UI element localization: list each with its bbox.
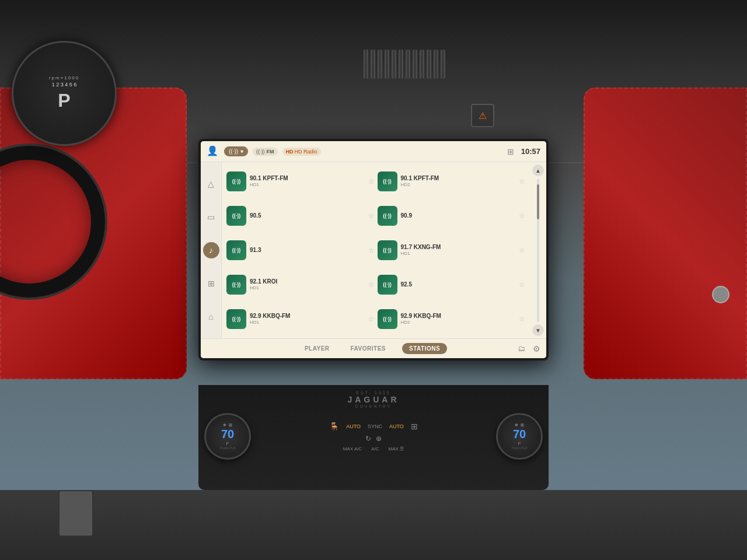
recirculation-row: ↻ ⊕ <box>365 435 382 443</box>
gauge-cluster: rpm×1000 1 2 3 4 5 6 P <box>12 41 117 146</box>
favorite-star-icon[interactable]: ☆ <box>368 177 375 186</box>
station-info: 92.9 KKBQ-FM HD1 <box>250 313 365 326</box>
scroll-up-button[interactable]: ▲ <box>532 164 544 176</box>
climate-center: 🪑 AUTO SYNC AUTO ⊞ ↻ ⊕ MAX A/C A/C MAX ☰ <box>256 422 491 452</box>
station-sub: HD2 <box>401 182 516 188</box>
auto-right-label[interactable]: AUTO <box>389 424 404 429</box>
jaguar-name: JAGUAR <box>347 395 399 404</box>
left-temp-knob[interactable]: ❄ ⊞ 70 F Push↕Pull <box>204 413 251 460</box>
grid-icon[interactable]: ⊞ <box>507 147 514 156</box>
station-name: 90.1 KPFT-FM <box>250 175 365 182</box>
station-info: 92.1 KROI HD1 <box>250 278 365 291</box>
vent-slat <box>392 50 396 79</box>
favorite-star-icon[interactable]: ☆ <box>368 246 375 254</box>
station-signal-icon: ((·)) <box>226 275 246 295</box>
folder-icon[interactable]: 🗂 <box>518 344 525 353</box>
ac-icon: ❄ <box>223 423 226 428</box>
sidebar-music-icon[interactable]: ♪ <box>203 242 219 258</box>
station-info: 92.9 KKBQ-FM HD2 <box>401 313 516 326</box>
station-item[interactable]: ((·)) 90.1 KPFT-FM HD2 ☆ <box>378 166 526 197</box>
favorite-star-icon[interactable]: ☆ <box>368 315 375 323</box>
favorite-star-icon[interactable]: ☆ <box>519 177 525 186</box>
source-selector[interactable]: ((·)) ▾ <box>224 146 248 156</box>
right-temp-display: 70 <box>513 428 526 441</box>
station-item[interactable]: ((·)) 92.5 ☆ <box>378 269 526 300</box>
sync-label[interactable]: SYNC <box>368 424 382 429</box>
infotainment-screen-container: 👤 ((·)) ▾ ((·)) FM HD HD Radio ⊞ <box>198 139 549 360</box>
vent-slat <box>441 50 445 79</box>
ground-area <box>0 490 747 560</box>
vent-slat <box>399 50 403 79</box>
sidebar-home-icon[interactable]: ⌂ <box>203 309 219 325</box>
header-left: 👤 ((·)) ▾ ((·)) FM HD HD Radio <box>207 145 321 158</box>
vent-slat <box>378 50 382 79</box>
station-sub: HD1 <box>401 251 516 257</box>
screen-body: △ ▭ ♪ ⊞ ⌂ ((·)) 90.1 KPFT-FM HD1 ☆ <box>201 162 546 338</box>
station-item[interactable]: ((·)) 92.9 KKBQ-FM HD2 ☆ <box>378 303 526 335</box>
sidebar-nav-icon[interactable]: △ <box>203 176 219 192</box>
sidebar-apps-icon[interactable]: ⊞ <box>203 275 219 292</box>
station-info: 92.5 <box>401 281 516 288</box>
recirculation-icon[interactable]: ↻ <box>365 435 371 443</box>
hazard-button[interactable]: ⚠ <box>471 104 494 127</box>
vent-slat <box>413 50 417 79</box>
favorite-star-icon[interactable]: ☆ <box>519 281 525 289</box>
user-icon[interactable]: 👤 <box>207 145 219 158</box>
favorite-star-icon[interactable]: ☆ <box>368 281 375 289</box>
favorite-star-icon[interactable]: ☆ <box>368 212 375 220</box>
scroll-area: ▲ ▼ <box>530 162 546 338</box>
right-side-button[interactable] <box>712 286 729 303</box>
auto-label[interactable]: AUTO <box>346 424 361 429</box>
fan-icon[interactable]: ⊕ <box>376 435 382 443</box>
ac-right-icon: ❄ <box>515 423 518 428</box>
station-name: 90.9 <box>401 212 516 219</box>
station-name: 92.1 KROI <box>250 278 365 285</box>
station-info: 90.5 <box>250 212 365 219</box>
station-item[interactable]: ((·)) 91.3 ☆ <box>226 235 375 266</box>
scroll-down-button[interactable]: ▼ <box>532 324 544 336</box>
settings-icon[interactable]: ⚙ <box>533 344 540 354</box>
tab-stations[interactable]: STATIONS <box>402 343 447 354</box>
climate-top-controls: 🪑 AUTO SYNC AUTO ⊞ <box>329 422 418 431</box>
tab-favorites[interactable]: FAVORITES <box>346 343 390 354</box>
hd-radio-badge[interactable]: HD HD Radio <box>282 148 321 156</box>
rear-seat-icon[interactable]: ⊞ <box>411 422 418 431</box>
station-sub: HD1 <box>250 285 365 291</box>
vent-slat <box>385 50 389 79</box>
station-name: 92.5 <box>401 281 516 288</box>
station-signal-icon: ((·)) <box>226 206 246 226</box>
station-signal-icon: ((·)) <box>226 240 246 260</box>
station-sub: HD1 <box>250 320 365 326</box>
station-sub: HD2 <box>401 320 516 326</box>
station-info: 91.3 <box>250 247 365 254</box>
vent-slat <box>434 50 438 79</box>
vent-slat <box>420 50 424 79</box>
station-item[interactable]: ((·)) 91.7 KXNG-FM HD1 ☆ <box>378 235 526 266</box>
tab-player[interactable]: PLAYER <box>300 343 334 354</box>
hd-icon: HD <box>286 149 294 155</box>
station-signal-icon: ((·)) <box>378 206 397 226</box>
station-item[interactable]: ((·)) 92.1 KROI HD1 ☆ <box>226 269 375 300</box>
station-item[interactable]: ((·)) 90.1 KPFT-FM HD1 ☆ <box>226 166 375 197</box>
station-item[interactable]: ((·)) 90.5 ☆ <box>226 200 375 232</box>
ac-label[interactable]: A/C <box>371 446 379 452</box>
station-item[interactable]: ((·)) 90.9 ☆ <box>378 200 526 232</box>
jaguar-location: COVENTRY <box>355 404 392 408</box>
right-temp-knob[interactable]: ❄ ⊞ 70 F Push↕Pull <box>496 413 543 460</box>
vent-slat <box>427 50 431 79</box>
vent-slat <box>406 50 410 79</box>
sidebar-phone-icon[interactable]: ▭ <box>203 209 219 225</box>
stations-grid: ((·)) 90.1 KPFT-FM HD1 ☆ ((·)) 90.1 KPFT… <box>222 162 530 338</box>
climate-controls: ❄ ⊞ 70 F Push↕Pull 🪑 AUTO SYNC AUTO ⊞ ↻ … <box>204 413 543 460</box>
favorite-star-icon[interactable]: ☆ <box>519 246 525 254</box>
fm-badge[interactable]: ((·)) FM <box>253 148 278 156</box>
jaguar-logo-area: EST. 1935 JAGUAR COVENTRY <box>347 391 399 408</box>
max-ac-label[interactable]: MAX A/C <box>343 446 362 452</box>
station-signal-icon: ((·)) <box>378 309 397 329</box>
favorite-star-icon[interactable]: ☆ <box>519 212 525 220</box>
station-item[interactable]: ((·)) 92.9 KKBQ-FM HD1 ☆ <box>226 303 375 335</box>
red-leather-right <box>584 88 747 379</box>
tab-bar: PLAYER FAVORITES STATIONS 🗂 ⚙ <box>201 338 546 358</box>
seat-heat-icon[interactable]: 🪑 <box>329 422 339 431</box>
favorite-star-icon[interactable]: ☆ <box>519 315 525 323</box>
